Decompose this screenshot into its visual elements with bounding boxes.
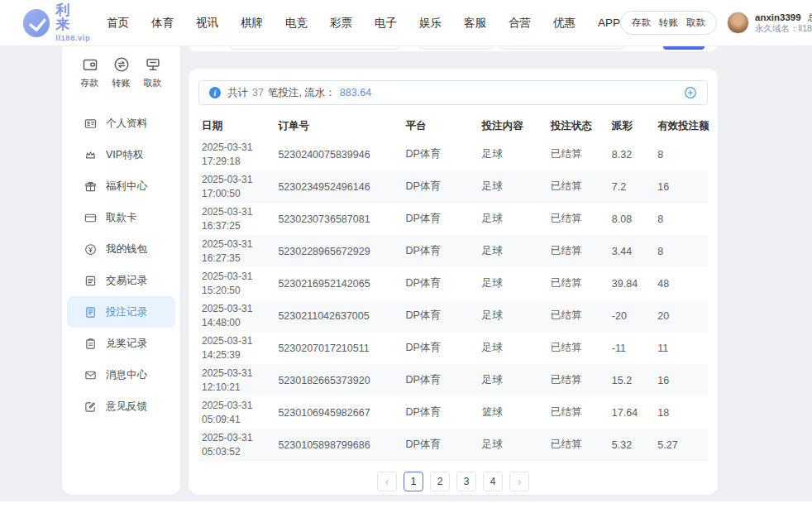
nav-item-lottery[interactable]: 彩票 [330,16,352,31]
page-button-1[interactable]: 1 [404,472,423,491]
cell-status: 已结算 [547,138,609,170]
cell-payout: -11 [609,332,654,364]
quick-action-label: 存款 [81,77,99,89]
nav-item-live-video[interactable]: 视讯 [196,16,218,31]
cell-content: 足球 [479,235,547,267]
quick-action-label: 取款 [144,77,162,89]
wallet-icon [84,243,97,256]
cell-date: 2025-03-3114:25:39 [198,332,275,364]
sidebar-item-label: 取款卡 [106,211,137,225]
column-header: 日期 [198,113,275,138]
page: 利来 ll188.vip 首页体育视讯棋牌电竞彩票电子娱乐客服合营优惠APP 存… [0,0,812,508]
page-button-4[interactable]: 4 [483,472,503,491]
sidebar-item-my-wallet[interactable]: 我的钱包 [67,233,175,265]
sidebar-item-transaction-records[interactable]: 交易记录 [67,265,175,296]
cell-order: 5230105898799686 [275,429,402,461]
avatar[interactable] [727,12,749,34]
cell-payout: -20 [609,300,654,332]
page-button-2[interactable]: 2 [430,472,450,491]
sidebar-item-label: 个人资料 [106,117,147,131]
nav-item-partnership[interactable]: 合营 [509,16,531,31]
sidebar-item-bet-records[interactable]: 投注记录 [67,296,175,328]
cell-date: 2025-03-3114:48:00 [198,300,275,332]
cell-payout: 8.08 [609,203,654,235]
feedback-icon [84,400,97,413]
page-button-3[interactable]: 3 [456,472,476,491]
quick-action-transfer[interactable]: 转账 [112,56,131,89]
pill-deposit-button[interactable]: 存款 [632,17,651,29]
logo-domain: ll188.vip [55,34,92,42]
cell-platform: DP体育 [402,138,478,170]
bet-count: 37 [252,87,264,98]
sidebar-item-label: 投注记录 [106,305,147,319]
nav-item-slots[interactable]: 电子 [375,16,397,31]
flow-value: 883.64 [340,87,371,98]
column-header: 有效投注额 [654,113,708,138]
cell-payout: 7.2 [609,170,654,203]
cell-payout: 5.32 [609,429,654,461]
quick-action-deposit[interactable]: 存款 [81,56,99,89]
chevron-left-icon[interactable]: ‹ [377,472,397,491]
transactions-icon [84,275,97,287]
sidebar-item-welfare-center[interactable]: 福利中心 [67,170,175,202]
cell-status: 已结算 [547,332,609,364]
column-header: 投注状态 [547,113,609,138]
sidebar-item-label: 交易记录 [106,274,147,288]
sidebar-item-message-center[interactable]: 消息中心 [67,359,175,391]
cell-payout: 3.44 [609,235,654,267]
sidebar-item-feedback[interactable]: 意见反馈 [67,391,175,422]
sidebar-item-withdraw-card[interactable]: 取款卡 [67,202,175,233]
nav-item-promo[interactable]: 优惠 [553,16,576,31]
filter-select[interactable] [419,46,492,50]
cell-date: 2025-03-3112:10:21 [198,364,275,396]
rewards-icon [84,338,97,350]
sidebar-item-vip-privilege[interactable]: VIP特权 [67,139,175,170]
nav-item-app[interactable]: APP [598,17,620,29]
withdraw-icon [145,56,161,73]
cell-platform: DP体育 [402,203,478,235]
cell-payout: 8.32 [609,138,654,170]
sidebar-item-label: 兑奖记录 [106,337,147,351]
sidebar-item-reward-records[interactable]: 兑奖记录 [67,328,175,359]
pill-transfer-button[interactable]: 转账 [659,17,678,29]
nav-item-esports[interactable]: 电竞 [285,16,308,31]
cell-order: 5230230736587081 [275,203,402,235]
cell-valid-amount: 16 [654,170,708,203]
cell-status: 已结算 [547,170,609,203]
cell-content: 足球 [479,267,547,300]
logo-title: 利来 [55,3,92,31]
cell-content: 足球 [479,364,547,396]
table-row: 2025-03-3105:03:525230105898799686DP体育足球… [198,429,708,461]
filter-date-range[interactable] [500,46,624,50]
table-row: 2025-03-3112:10:215230182665373920DP体育足球… [198,364,708,396]
chevron-right-icon[interactable]: › [509,472,529,491]
table-row: 2025-03-3115:20:505230216952142065DP体育足球… [198,267,708,300]
cell-content: 足球 [479,429,547,461]
cell-payout: 17.64 [609,396,654,429]
cell-content: 足球 [479,332,547,364]
quick-action-withdraw[interactable]: 取款 [144,56,162,89]
cell-status: 已结算 [547,429,609,461]
pill-withdraw-button[interactable]: 取款 [686,17,705,29]
cell-valid-amount: 8 [654,203,708,235]
nav-item-home[interactable]: 首页 [107,16,129,31]
nav-item-chess[interactable]: 棋牌 [241,16,263,31]
nav-item-entertainment[interactable]: 娱乐 [419,16,442,31]
filter-search-button[interactable] [663,46,705,50]
filter-input[interactable] [230,46,399,50]
cell-status: 已结算 [547,203,609,235]
sidebar-item-profile[interactable]: 个人资料 [67,108,175,139]
cell-status: 已结算 [547,267,609,300]
plus-circle-icon[interactable] [684,86,697,99]
cell-order: 5230234952496146 [275,170,402,203]
summary-text: 共计37笔投注, 流水：883.64 [227,86,371,100]
nav-item-service[interactable]: 客服 [464,16,486,31]
top-header: 利来 ll188.vip 首页体育视讯棋牌电竞彩票电子娱乐客服合营优惠APP 存… [0,0,812,46]
site-logo[interactable]: 利来 ll188.vip [23,3,92,42]
cell-order: 5230216952142065 [275,267,402,300]
nav-item-sports[interactable]: 体育 [151,16,174,31]
cell-date: 2025-03-3117:00:50 [198,170,275,203]
cell-platform: DP体育 [402,332,478,364]
sidebar-item-label: 我的钱包 [106,242,147,256]
sidebar-item-label: 意见反馈 [106,400,147,414]
